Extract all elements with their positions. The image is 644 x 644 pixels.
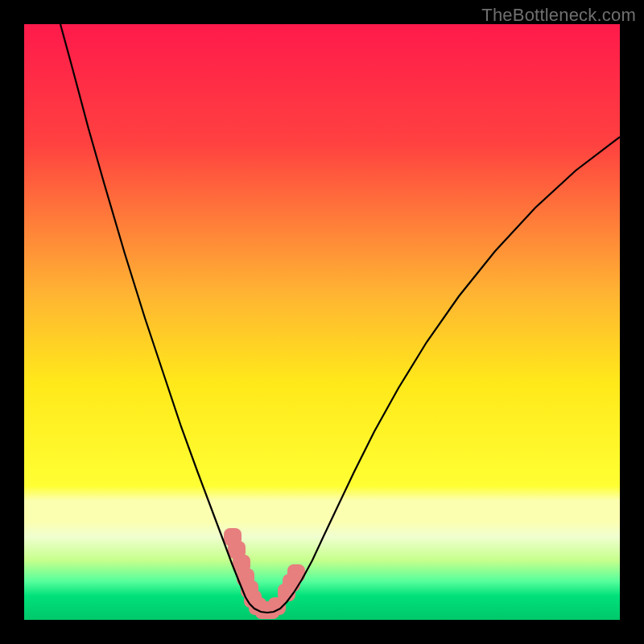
watermark-text: TheBottleneck.com xyxy=(481,5,636,26)
chart-frame xyxy=(24,24,620,620)
chart-background xyxy=(24,24,620,620)
bottleneck-curve-chart xyxy=(24,24,620,620)
